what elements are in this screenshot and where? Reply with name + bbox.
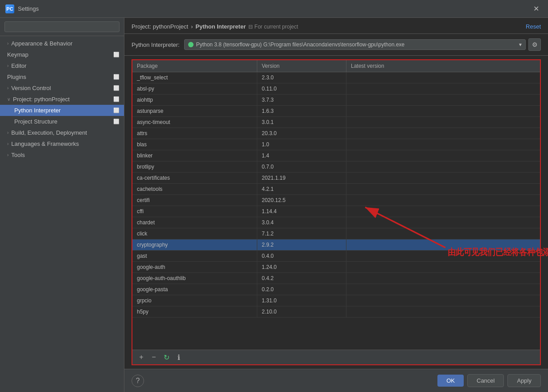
apply-button[interactable]: Apply	[507, 374, 541, 387]
table-row[interactable]: cffi 1.14.4	[132, 206, 540, 217]
table-row[interactable]: grpcio 1.31.0	[132, 295, 540, 306]
package-latest	[346, 251, 540, 261]
sidebar-item-label: Project Structure	[14, 118, 111, 125]
package-latest	[346, 128, 540, 139]
package-name: absl-py	[132, 83, 257, 94]
cancel-button[interactable]: Cancel	[467, 374, 504, 387]
package-version: 0.4.2	[257, 273, 346, 284]
package-latest	[346, 173, 540, 183]
chevron-right-icon: ›	[7, 130, 8, 135]
chevron-right-icon: ›	[7, 141, 8, 146]
table-row[interactable]: cryptography 2.9.2	[132, 239, 540, 251]
package-version: 2.3.0	[257, 72, 346, 83]
app-icon: PC	[5, 4, 14, 13]
package-name: cachetools	[132, 184, 257, 194]
add-package-button[interactable]: +	[136, 352, 147, 363]
interpreter-select[interactable]: Python 3.8 (tensorflow-gpu) G:\Program f…	[184, 39, 526, 50]
table-row[interactable]: blinker 1.4	[132, 150, 540, 161]
table-row[interactable]: google-pasta 0.2.0	[132, 284, 540, 295]
package-version: 1.4	[257, 150, 346, 161]
content-area: Project: pythonProject › Python Interpre…	[124, 18, 548, 392]
table-row[interactable]: _tflow_select 2.3.0	[132, 72, 540, 83]
remove-package-button[interactable]: −	[148, 352, 159, 363]
reset-button[interactable]: Reset	[526, 23, 541, 30]
col-latest-version: Latest version	[346, 60, 540, 72]
dropdown-arrow-icon: ▾	[519, 41, 522, 48]
table-row[interactable]: chardet 3.0.4	[132, 217, 540, 228]
sidebar-item-label: Python Interpreter	[14, 107, 111, 114]
sidebar-item-label: Appearance & Behavior	[11, 40, 119, 47]
sidebar-item-plugins[interactable]: Plugins ⬜	[0, 71, 124, 83]
chevron-right-icon: ›	[7, 153, 8, 157]
package-name: h5py	[132, 306, 257, 317]
sidebar-item-build[interactable]: › Build, Execution, Deployment	[0, 127, 124, 138]
table-row[interactable]: attrs 20.3.0	[132, 128, 540, 139]
package-version: 4.2.1	[257, 184, 346, 194]
table-row[interactable]: brotlipy 0.7.0	[132, 161, 540, 173]
package-version: 0.11.0	[257, 83, 346, 94]
package-version: 1.6.3	[257, 106, 346, 116]
window-title: Settings	[18, 5, 39, 12]
table-row[interactable]: absl-py 0.11.0	[132, 83, 540, 95]
chevron-right-icon: ›	[7, 86, 8, 91]
sidebar-item-version-control[interactable]: › Version Control ⬜	[0, 83, 124, 94]
ok-button[interactable]: OK	[437, 375, 464, 387]
sidebar-item-project-structure[interactable]: Project Structure ⬜	[0, 116, 124, 127]
package-version: 1.31.0	[257, 295, 346, 306]
sidebar-item-label: Version Control	[11, 85, 111, 91]
sidebar-item-tools[interactable]: › Tools	[0, 149, 124, 161]
copy-icon: ⬜	[113, 52, 119, 58]
close-button[interactable]: ✕	[530, 3, 543, 15]
sidebar-item-python-interpreter[interactable]: Python Interpreter ⬜	[0, 105, 124, 116]
table-row[interactable]: async-timeout 3.0.1	[132, 117, 540, 128]
table-row[interactable]: click 7.1.2	[132, 228, 540, 239]
table-row[interactable]: astunparse 1.6.3	[132, 106, 540, 117]
sidebar-nav: › Appearance & Behavior Keymap ⬜ › Edito…	[0, 36, 124, 392]
table-row[interactable]: blas 1.0	[132, 139, 540, 150]
table-row[interactable]: h5py 2.10.0	[132, 306, 540, 318]
interpreter-settings-button[interactable]: ⚙	[528, 38, 541, 51]
table-row[interactable]: gast 0.4.0	[132, 251, 540, 262]
refresh-packages-button[interactable]: ↻	[161, 352, 172, 363]
package-version: 1.24.0	[257, 262, 346, 272]
for-current-project[interactable]: ⊟ For current project	[248, 24, 298, 30]
content-header: Project: pythonProject › Python Interpre…	[124, 18, 548, 34]
package-name: aiohttp	[132, 95, 257, 105]
sidebar-item-keymap[interactable]: Keymap ⬜	[0, 49, 124, 60]
package-info-button[interactable]: ℹ	[173, 352, 184, 363]
package-version: 2021.1.19	[257, 173, 346, 183]
package-name: gast	[132, 251, 257, 261]
col-version: Version	[257, 60, 346, 72]
package-name: ca-certificates	[132, 173, 257, 183]
package-latest	[346, 206, 540, 217]
sidebar-item-editor[interactable]: › Editor	[0, 60, 124, 71]
search-input[interactable]	[4, 21, 119, 32]
package-name: blas	[132, 139, 257, 150]
table-body[interactable]: _tflow_select 2.3.0 absl-py 0.11.0 aioht…	[132, 72, 540, 350]
package-latest	[346, 139, 540, 150]
table-toolbar: + − ↻ ℹ	[132, 350, 540, 364]
package-latest	[346, 262, 540, 272]
package-latest	[346, 72, 540, 83]
sidebar-item-languages[interactable]: › Languages & Frameworks	[0, 138, 124, 149]
table-row[interactable]: ca-certificates 2021.1.19	[132, 173, 540, 184]
table-row[interactable]: certifi 2020.12.5	[132, 195, 540, 206]
sidebar-item-appearance[interactable]: › Appearance & Behavior	[0, 38, 124, 49]
package-latest	[346, 106, 540, 116]
interpreter-select-wrap: Python 3.8 (tensorflow-gpu) G:\Program f…	[184, 38, 541, 51]
table-row[interactable]: cachetools 4.2.1	[132, 184, 540, 195]
table-row[interactable]: google-auth 1.24.0	[132, 262, 540, 273]
table-row[interactable]: aiohttp 3.7.3	[132, 95, 540, 106]
table-row[interactable]: google-auth-oauthlib 0.4.2	[132, 273, 540, 284]
package-latest	[346, 83, 540, 94]
help-button[interactable]: ?	[132, 375, 144, 387]
package-latest	[346, 161, 540, 172]
bottom-left: ?	[132, 375, 144, 387]
copy-icon: ⬜	[113, 107, 119, 113]
copy-icon: ⬜	[113, 85, 119, 91]
package-version: 1.14.4	[257, 206, 346, 217]
sidebar-item-project[interactable]: ∨ Project: pythonProject ⬜	[0, 94, 124, 105]
package-version: 2.9.2	[257, 239, 346, 250]
package-latest	[346, 184, 540, 194]
sidebar: › Appearance & Behavior Keymap ⬜ › Edito…	[0, 18, 124, 392]
